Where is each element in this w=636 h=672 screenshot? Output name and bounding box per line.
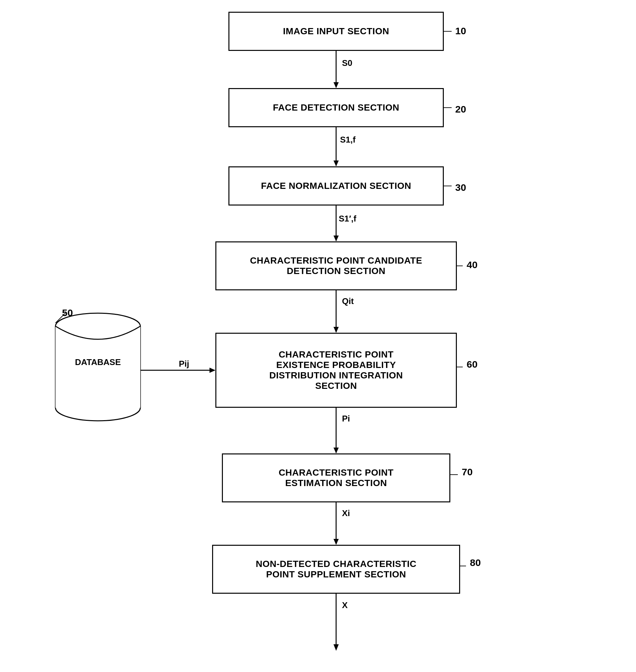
ref-40: 40 — [466, 259, 477, 270]
signal-pi: Pi — [342, 414, 350, 424]
signal-s1pf: S1′,f — [339, 214, 356, 224]
box-image-input: IMAGE INPUT SECTION — [228, 12, 444, 51]
svg-marker-3 — [334, 161, 339, 166]
svg-marker-15 — [334, 644, 339, 651]
ref-10: 10 — [455, 25, 466, 37]
signal-pij: Pij — [179, 359, 189, 369]
box-non-detected: NON-DETECTED CHARACTERISTIC POINT SUPPLE… — [212, 545, 460, 594]
ref-20: 20 — [455, 104, 466, 115]
signal-s0: S0 — [342, 58, 353, 68]
box-char-point-estimation: CHARACTERISTIC POINT ESTIMATION SECTION — [222, 453, 450, 502]
svg-marker-5 — [334, 236, 339, 241]
svg-marker-7 — [334, 327, 339, 333]
signal-xi: Xi — [342, 508, 350, 518]
svg-marker-11 — [334, 448, 339, 453]
svg-marker-13 — [334, 539, 339, 545]
ref-50: 50 — [62, 307, 73, 319]
ref-80: 80 — [470, 557, 481, 568]
box-face-detection: FACE DETECTION SECTION — [228, 88, 444, 127]
diagram-container: DATABASE IMAGE INPUT SECTION FACE DETECT… — [0, 0, 636, 672]
signal-x: X — [342, 600, 347, 610]
box-face-normalization: FACE NORMALIZATION SECTION — [228, 166, 444, 205]
signal-qit: Qit — [342, 296, 354, 306]
svg-point-26 — [56, 395, 140, 421]
signal-s1f: S1,f — [340, 135, 356, 145]
database-label: DATABASE — [64, 357, 132, 367]
ref-70: 70 — [462, 467, 473, 477]
ref-30: 30 — [455, 182, 466, 193]
box-char-point-existence: CHARACTERISTIC POINT EXISTENCE PROBABILI… — [215, 333, 457, 408]
box-char-point-candidate: CHARACTERISTIC POINT CANDIDATE DETECTION… — [215, 241, 457, 290]
ref-60: 60 — [466, 359, 477, 370]
svg-marker-1 — [334, 82, 339, 88]
svg-marker-9 — [210, 368, 215, 373]
